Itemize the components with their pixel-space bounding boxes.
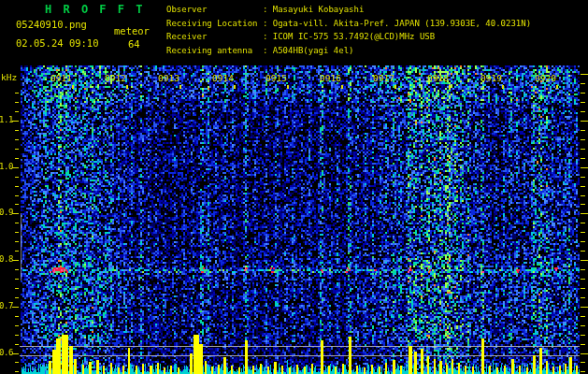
time-tick-label: 0917: [373, 73, 394, 83]
time-tick-label: 0919: [480, 73, 502, 83]
time-tick-label: 0914: [212, 73, 234, 83]
station-info-row: Receiving antenna : A504HB(yagi 4el): [166, 44, 531, 58]
freq-tick-label: 0.7: [0, 301, 13, 310]
freq-tick-label: 0.9: [0, 208, 13, 217]
freq-tick-label: 1.0: [0, 162, 13, 171]
time-tick-label: 0912: [105, 73, 126, 83]
freq-tick-label: 0.6: [0, 348, 13, 357]
time-tick-label: 0913: [158, 73, 179, 83]
time-tick-label: 0920: [535, 73, 556, 83]
time-tick-label: 0916: [320, 73, 341, 83]
station-info-row: Receiving Location : Ogata-vill. Akita-P…: [166, 17, 531, 31]
time-tick-label: 0918: [427, 73, 449, 83]
station-info-block: Observer : Masayuki KobayashiReceiving L…: [166, 3, 531, 57]
output-filename: 05240910.png: [16, 19, 87, 30]
time-tick-label: 0915: [265, 73, 287, 83]
hrofft-screen: H R O F F T 05240910.png meteor 02.05.24…: [0, 0, 588, 374]
station-info-row: Observer : Masayuki Kobayashi: [166, 3, 531, 17]
station-info-row: Receiver : ICOM IC-575 53.7492(@LCD)MHz …: [166, 30, 531, 44]
freq-axis-unit: kHz: [1, 72, 17, 82]
echo-count: 64: [128, 38, 140, 50]
freq-tick-label: 0.8: [0, 254, 13, 264]
freq-tick-label: 1.1: [0, 115, 13, 124]
time-tick-label: 0911: [50, 73, 72, 83]
date-time: 02.05.24 09:10: [16, 37, 99, 49]
mode-label: meteor: [114, 25, 150, 36]
app-title: H R O F F T: [45, 3, 145, 16]
